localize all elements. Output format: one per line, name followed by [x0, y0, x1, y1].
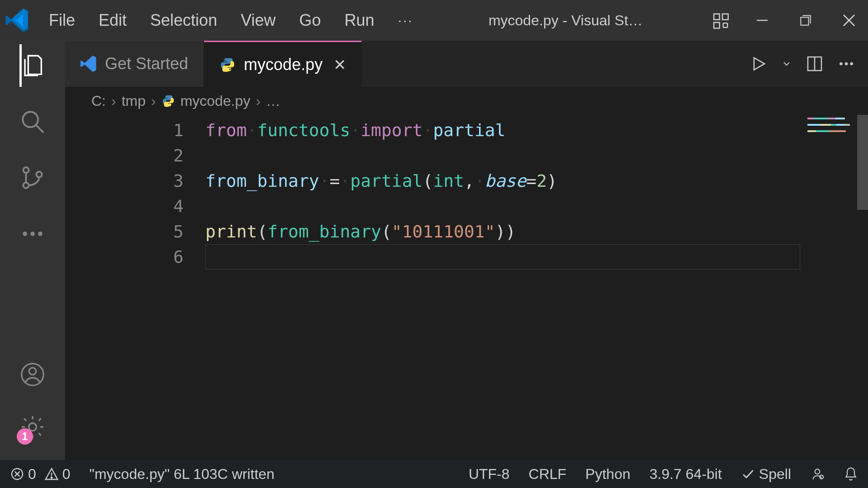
- chevron-right-icon: ›: [256, 93, 261, 109]
- svg-point-9: [23, 112, 38, 127]
- title-bar: File Edit Selection View Go Run ··· myco…: [0, 0, 868, 41]
- activity-more[interactable]: [19, 221, 46, 247]
- minimize-button[interactable]: [751, 9, 773, 31]
- svg-marker-20: [754, 58, 764, 70]
- scrollbar-thumb[interactable]: [857, 115, 868, 210]
- status-interpreter[interactable]: 3.9.7 64-bit: [650, 466, 722, 483]
- svg-point-23: [840, 62, 843, 66]
- menu-edit[interactable]: Edit: [93, 9, 132, 32]
- svg-point-13: [36, 172, 42, 177]
- error-icon: [10, 467, 24, 481]
- chevron-right-icon: ›: [111, 93, 116, 109]
- activity-accounts[interactable]: [19, 361, 46, 388]
- status-warnings[interactable]: 0: [44, 466, 71, 483]
- activity-settings[interactable]: 1: [19, 414, 46, 440]
- status-message: "mycode.py" 6L 103C written: [90, 466, 275, 483]
- svg-point-14: [23, 232, 27, 236]
- breadcrumb-symbol[interactable]: …: [266, 93, 280, 109]
- status-feedback-icon[interactable]: [810, 467, 825, 481]
- svg-line-10: [36, 125, 43, 133]
- breadcrumb[interactable]: C: › tmp › mycode.py › …: [65, 87, 868, 115]
- activity-bar: 1: [0, 41, 65, 460]
- breadcrumb-file[interactable]: mycode.py: [180, 93, 251, 109]
- menu-view[interactable]: View: [235, 9, 281, 32]
- svg-rect-6: [801, 17, 808, 25]
- layout-editor-icon[interactable]: [712, 12, 730, 29]
- activity-search[interactable]: [19, 109, 46, 135]
- svg-rect-2: [714, 23, 720, 28]
- status-eol[interactable]: CRLF: [529, 466, 567, 483]
- breadcrumb-folder[interactable]: tmp: [122, 93, 146, 109]
- maximize-button[interactable]: [795, 9, 816, 31]
- breadcrumb-drive[interactable]: C:: [91, 93, 106, 109]
- settings-badge: 1: [17, 428, 33, 445]
- status-encoding[interactable]: UTF-8: [469, 466, 510, 483]
- tab-row: Get Started mycode.py ✕: [65, 41, 868, 87]
- status-bar: 0 0 "mycode.py" 6L 103C written UTF-8 CR…: [0, 460, 868, 488]
- status-notifications-icon[interactable]: [844, 467, 858, 481]
- svg-point-11: [23, 167, 28, 173]
- tab-mycode[interactable]: mycode.py ✕: [204, 41, 362, 87]
- run-dropdown-icon[interactable]: [781, 58, 792, 69]
- status-errors[interactable]: 0: [10, 466, 36, 483]
- svg-point-31: [815, 469, 820, 474]
- svg-point-16: [38, 232, 43, 236]
- more-actions-icon[interactable]: [837, 55, 855, 73]
- menu-run[interactable]: Run: [339, 9, 380, 32]
- vscode-icon: [81, 56, 97, 72]
- check-icon: [741, 467, 755, 481]
- status-spell[interactable]: Spell: [741, 466, 791, 483]
- split-editor-icon[interactable]: [806, 55, 824, 73]
- close-tab-icon[interactable]: ✕: [333, 56, 346, 74]
- run-button[interactable]: [749, 55, 768, 73]
- svg-rect-1: [722, 14, 728, 20]
- editor[interactable]: 1 2 3 4 5 6 from·functools·import·partia…: [65, 115, 868, 460]
- tab-label: mycode.py: [244, 55, 323, 74]
- svg-rect-3: [723, 23, 728, 27]
- close-button[interactable]: [838, 9, 860, 31]
- chevron-right-icon: ›: [151, 93, 156, 109]
- python-icon: [219, 57, 236, 73]
- tab-get-started[interactable]: Get Started: [65, 41, 204, 87]
- activity-source-control[interactable]: [19, 165, 46, 191]
- svg-point-24: [845, 62, 848, 66]
- code-content[interactable]: from·functools·import·partial from_binar…: [205, 115, 868, 460]
- svg-point-25: [850, 62, 853, 66]
- svg-rect-0: [714, 14, 720, 20]
- activity-explorer[interactable]: [19, 52, 46, 79]
- python-icon: [161, 94, 175, 108]
- svg-point-18: [29, 368, 36, 374]
- svg-point-12: [23, 183, 28, 188]
- menu-file[interactable]: File: [43, 9, 81, 32]
- status-language[interactable]: Python: [585, 466, 631, 483]
- menu-more[interactable]: ···: [393, 11, 419, 30]
- svg-point-15: [30, 232, 35, 236]
- svg-point-30: [51, 477, 52, 479]
- vscode-logo-icon: [5, 9, 29, 32]
- warning-icon: [44, 467, 59, 481]
- menu-go[interactable]: Go: [294, 9, 327, 32]
- menu-bar: File Edit Selection View Go Run ···: [43, 9, 419, 32]
- menu-selection[interactable]: Selection: [145, 9, 223, 32]
- window-title: mycode.py - Visual St…: [419, 12, 712, 29]
- line-numbers: 1 2 3 4 5 6: [65, 115, 205, 460]
- tab-label: Get Started: [105, 54, 188, 73]
- minimap[interactable]: [800, 115, 868, 460]
